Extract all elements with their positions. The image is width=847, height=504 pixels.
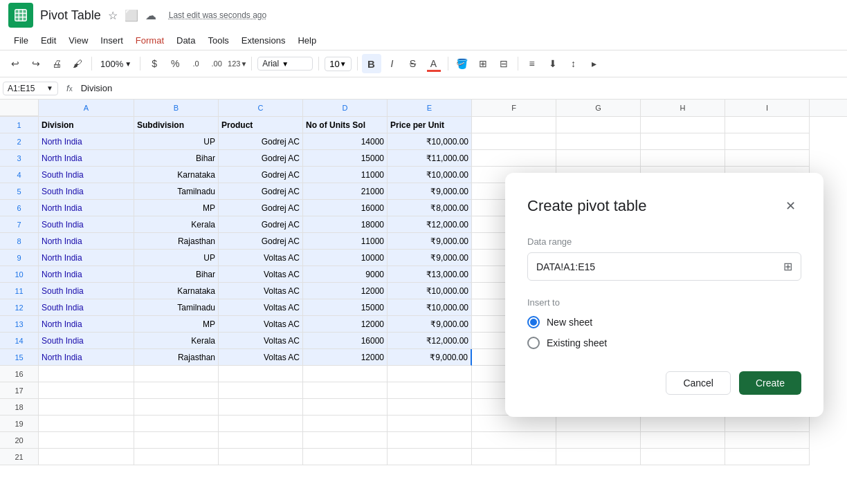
cell-a[interactable] [39,432,134,449]
cell-b[interactable]: Bihar [134,266,219,283]
cell-h[interactable] [641,150,725,167]
cell-h[interactable] [641,416,725,432]
cell-d[interactable] [303,432,388,449]
table-row[interactable]: 19 [0,416,847,432]
cell-g[interactable] [556,449,641,465]
cell-a[interactable]: North India [39,200,134,216]
cloud-icon[interactable]: ☁ [145,9,156,22]
cell-c[interactable]: Godrej AC [219,150,303,167]
zoom-selector[interactable]: 100% ▼ [96,57,136,71]
menu-file[interactable]: File [8,33,34,48]
cell-d[interactable] [303,382,388,399]
cell-b[interactable]: Subdivision [134,117,219,133]
cell-c[interactable]: Godrej AC [219,216,303,233]
cell-c[interactable]: Godrej AC [219,233,303,250]
col-header-b[interactable]: B [134,100,219,116]
radio-existing-sheet[interactable]: Existing sheet [527,337,801,349]
cell-d[interactable] [303,449,388,465]
fill-color-button[interactable]: 🪣 [453,54,472,73]
cell-a[interactable]: North India [39,266,134,283]
cell-c[interactable] [219,366,303,382]
cell-b[interactable]: MP [134,200,219,216]
cell-f[interactable] [472,133,556,150]
menu-edit[interactable]: Edit [35,33,62,48]
cell-g[interactable] [556,432,641,449]
decimal00-button[interactable]: .00 [207,54,226,73]
redo-button[interactable]: ↪ [26,54,46,73]
menu-format[interactable]: Format [130,33,170,48]
cell-b[interactable] [134,449,219,465]
cell-e[interactable] [388,366,472,382]
cell-c[interactable]: Voltas AC [219,250,303,266]
cell-e[interactable]: ₹9,000.00 [388,183,472,200]
cell-d[interactable]: 18000 [303,216,388,233]
cell-a[interactable] [39,416,134,432]
cell-b[interactable]: Tamilnadu [134,183,219,200]
cell-b[interactable] [134,432,219,449]
cell-d[interactable] [303,399,388,416]
table-row[interactable]: 3 North India Bihar Godrej AC 15000 ₹11,… [0,150,847,167]
valign-button[interactable]: ⬇ [543,54,563,73]
cell-i[interactable] [725,432,810,449]
cell-c[interactable] [219,399,303,416]
cell-f[interactable] [472,150,556,167]
cell-c[interactable]: Godrej AC [219,200,303,216]
cell-b[interactable]: Karnataka [134,167,219,183]
cell-f[interactable] [472,117,556,133]
cell-b[interactable] [134,416,219,432]
align-button[interactable]: ≡ [522,54,542,73]
cell-b[interactable] [134,366,219,382]
cell-d[interactable] [303,366,388,382]
cell-e[interactable]: Price per Unit [388,117,472,133]
cell-b[interactable]: UP [134,133,219,150]
cell-b[interactable]: MP [134,316,219,333]
cell-f[interactable] [472,432,556,449]
cancel-button[interactable]: Cancel [666,371,731,395]
cell-c[interactable] [219,449,303,465]
cell-reference-box[interactable]: A1:E15 ▼ [3,82,58,95]
cell-i[interactable] [725,133,810,150]
cell-e[interactable]: ₹10,000.00 [388,167,472,183]
cell-a[interactable]: Division [39,117,134,133]
text-color-button[interactable]: A [424,54,444,73]
cell-d[interactable]: 15000 [303,299,388,316]
cell-h[interactable] [641,133,725,150]
cell-d[interactable]: 12000 [303,349,388,366]
cell-e[interactable]: ₹10,000.00 [388,283,472,299]
cell-a[interactable]: South India [39,167,134,183]
cell-d[interactable]: 21000 [303,183,388,200]
cell-a[interactable]: North India [39,133,134,150]
col-header-i[interactable]: I [725,100,810,116]
merge-button[interactable]: ⊟ [494,54,513,73]
format123-button[interactable]: 123 ▼ [228,54,247,73]
cell-a[interactable]: North India [39,150,134,167]
currency-button[interactable]: $ [145,54,164,73]
cell-i[interactable] [725,150,810,167]
dialog-close-button[interactable]: ✕ [779,195,801,217]
cell-c[interactable]: Product [219,117,303,133]
cell-c[interactable]: Voltas AC [219,299,303,316]
cell-c[interactable]: Voltas AC [219,333,303,349]
table-row[interactable]: 21 [0,449,847,465]
menu-help[interactable]: Help [292,33,322,48]
bold-button[interactable]: B [362,54,381,73]
cell-g[interactable] [556,416,641,432]
cell-h[interactable] [641,117,725,133]
cell-b[interactable] [134,382,219,399]
cell-e[interactable]: ₹10,000.00 [388,299,472,316]
cell-e[interactable]: ₹10,000.00 [388,133,472,150]
italic-button[interactable]: I [383,54,402,73]
cell-d[interactable]: 16000 [303,333,388,349]
cell-c[interactable] [219,416,303,432]
percent-button[interactable]: % [165,54,185,73]
menu-insert[interactable]: Insert [95,33,129,48]
cell-e[interactable]: ₹9,000.00 [388,233,472,250]
col-header-f[interactable]: F [472,100,556,116]
cell-a[interactable] [39,382,134,399]
table-row[interactable]: 20 [0,432,847,449]
drive-icon[interactable]: ⬜ [125,9,138,22]
col-header-g[interactable]: G [556,100,641,116]
cell-e[interactable] [388,416,472,432]
cell-e[interactable]: ₹12,000.00 [388,333,472,349]
print-button[interactable]: 🖨 [47,54,66,73]
